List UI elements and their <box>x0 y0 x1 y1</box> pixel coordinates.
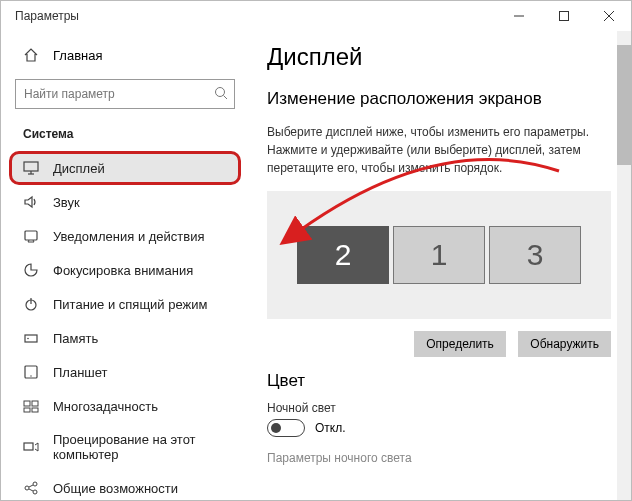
search-placeholder: Найти параметр <box>24 87 115 101</box>
scroll-thumb[interactable] <box>617 45 631 165</box>
toggle-track <box>267 419 305 437</box>
sidebar-item-label: Уведомления и действия <box>53 229 205 244</box>
sidebar-item-label: Питание и спящий режим <box>53 297 207 312</box>
sidebar-item-storage[interactable]: Память <box>1 321 249 355</box>
focus-icon <box>23 262 39 278</box>
svg-rect-17 <box>32 401 38 406</box>
search-input[interactable]: Найти параметр <box>15 79 235 109</box>
night-light-params-link[interactable]: Параметры ночного света <box>267 451 621 465</box>
sidebar-item-focus[interactable]: Фокусировка внимания <box>1 253 249 287</box>
display-number: 1 <box>431 238 448 272</box>
projection-icon <box>23 439 39 455</box>
sidebar-item-power[interactable]: Питание и спящий режим <box>1 287 249 321</box>
sidebar-item-sound[interactable]: Звук <box>1 185 249 219</box>
color-heading: Цвет <box>267 371 621 391</box>
svg-rect-19 <box>32 408 38 412</box>
sidebar: Главная Найти параметр Система Дисплей З… <box>1 31 249 500</box>
sidebar-item-label: Планшет <box>53 365 108 380</box>
display-arrangement-area[interactable]: 2 1 3 <box>267 191 611 319</box>
storage-icon <box>23 330 39 346</box>
svg-line-5 <box>224 95 228 99</box>
svg-point-13 <box>27 338 29 340</box>
svg-rect-16 <box>24 401 30 406</box>
tablet-icon <box>23 364 39 380</box>
svg-rect-9 <box>25 231 37 240</box>
display-number: 2 <box>335 238 352 272</box>
svg-line-25 <box>29 489 33 491</box>
svg-point-21 <box>25 486 29 490</box>
sidebar-item-label: Звук <box>53 195 80 210</box>
sidebar-item-display[interactable]: Дисплей <box>9 151 241 185</box>
home-icon <box>23 47 39 63</box>
sidebar-item-projection[interactable]: Проецирование на этот компьютер <box>1 423 249 471</box>
notifications-icon <box>23 228 39 244</box>
close-button[interactable] <box>586 1 631 31</box>
section-subtitle: Изменение расположения экранов <box>267 89 621 109</box>
sidebar-item-notifications[interactable]: Уведомления и действия <box>1 219 249 253</box>
display-box-1[interactable]: 1 <box>393 226 485 284</box>
sidebar-item-label: Фокусировка внимания <box>53 263 193 278</box>
sidebar-item-label: Дисплей <box>53 161 105 176</box>
search-icon <box>214 86 228 103</box>
sidebar-item-label: Проецирование на этот компьютер <box>53 432 235 462</box>
section-title: Система <box>1 123 249 151</box>
shared-icon <box>23 480 39 496</box>
maximize-button[interactable] <box>541 1 586 31</box>
sidebar-item-tablet[interactable]: Планшет <box>1 355 249 389</box>
sidebar-item-label: Общие возможности <box>53 481 178 496</box>
display-box-2[interactable]: 2 <box>297 226 389 284</box>
detect-button[interactable]: Обнаружить <box>518 331 611 357</box>
identify-button[interactable]: Определить <box>414 331 506 357</box>
home-label: Главная <box>53 48 102 63</box>
scrollbar[interactable] <box>617 31 631 500</box>
window-title: Параметры <box>15 9 79 23</box>
svg-rect-20 <box>24 443 33 450</box>
sidebar-item-label: Многозадачность <box>53 399 158 414</box>
svg-point-22 <box>33 482 37 486</box>
night-light-label: Ночной свет <box>267 401 621 415</box>
sidebar-item-multitask[interactable]: Многозадачность <box>1 389 249 423</box>
svg-rect-12 <box>25 335 37 342</box>
multitask-icon <box>23 398 39 414</box>
main-panel: Дисплей Изменение расположения экранов В… <box>249 31 631 500</box>
svg-rect-6 <box>24 162 38 171</box>
svg-line-24 <box>29 485 33 487</box>
window-controls <box>496 1 631 31</box>
svg-point-23 <box>33 490 37 494</box>
svg-rect-18 <box>24 408 30 412</box>
display-box-3[interactable]: 3 <box>489 226 581 284</box>
svg-point-4 <box>216 87 225 96</box>
sidebar-item-label: Память <box>53 331 98 346</box>
description-text: Выберите дисплей ниже, чтобы изменить ег… <box>267 123 621 177</box>
toggle-thumb <box>271 423 281 433</box>
sound-icon <box>23 194 39 210</box>
page-title: Дисплей <box>267 43 621 71</box>
sidebar-item-shared[interactable]: Общие возможности <box>1 471 249 500</box>
night-light-toggle[interactable]: Откл. <box>267 419 621 437</box>
home-link[interactable]: Главная <box>1 41 249 69</box>
svg-point-15 <box>30 375 31 376</box>
display-number: 3 <box>527 238 544 272</box>
power-icon <box>23 296 39 312</box>
svg-rect-1 <box>559 12 568 21</box>
display-icon <box>23 160 39 176</box>
toggle-state: Откл. <box>315 421 346 435</box>
minimize-button[interactable] <box>496 1 541 31</box>
